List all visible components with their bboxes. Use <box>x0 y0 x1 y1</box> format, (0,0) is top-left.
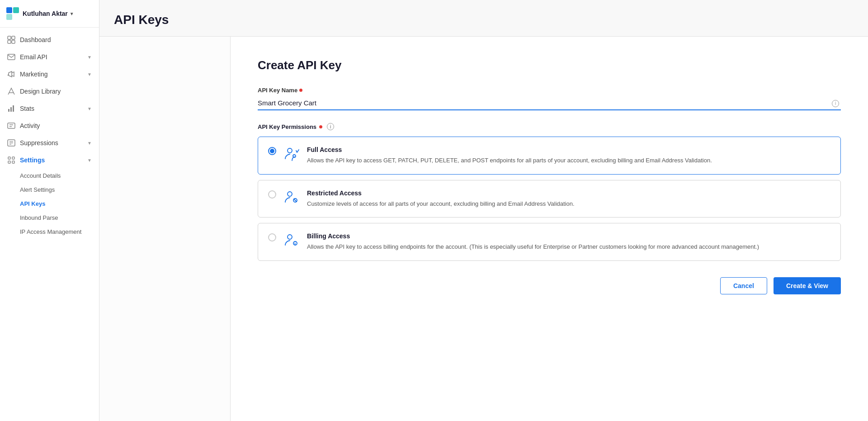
dashboard-icon <box>7 36 15 44</box>
chevron-down-icon: ▼ <box>87 72 92 77</box>
billing-access-card[interactable]: $ Billing Access Allows the API key to a… <box>258 223 841 261</box>
sidebar-item-api-keys[interactable]: API Keys <box>0 197 99 211</box>
chevron-down-icon: ▼ <box>87 106 92 111</box>
sidebar-item-activity[interactable]: Activity <box>0 117 99 134</box>
full-access-content: Full Access Allows the API key to access… <box>307 146 830 165</box>
svg-rect-5 <box>8 40 11 43</box>
svg-rect-22 <box>8 161 10 163</box>
username: Kutluhan Aktar <box>23 10 68 17</box>
restricted-access-radio[interactable] <box>268 190 276 199</box>
svg-rect-23 <box>12 161 14 163</box>
sidebar-item-suppressions[interactable]: Suppressions ▼ <box>0 134 99 151</box>
full-access-radio[interactable] <box>268 147 276 155</box>
settings-icon <box>7 156 15 164</box>
api-key-name-input[interactable] <box>258 96 841 110</box>
activity-icon <box>7 122 15 130</box>
create-view-button[interactable]: Create & View <box>774 277 841 294</box>
cancel-button[interactable]: Cancel <box>720 277 767 294</box>
nav-section-main: Dashboard Email API ▼ Marketing ▼ <box>0 28 99 242</box>
sidebar-item-label: Suppressions <box>20 139 58 147</box>
svg-point-29 <box>288 235 292 239</box>
billing-access-icon: $ <box>283 232 300 249</box>
sidebar-item-label: Stats <box>20 105 34 112</box>
svg-rect-10 <box>8 109 9 112</box>
sidebar-item-label: Design Library <box>20 88 61 95</box>
full-access-desc: Allows the API key to access GET, PATCH,… <box>307 156 830 165</box>
sidebar-item-marketing[interactable]: Marketing ▼ <box>0 66 99 83</box>
sidebar-item-account-details[interactable]: Account Details <box>0 169 99 183</box>
sidebar-item-dashboard[interactable]: Dashboard <box>0 31 99 48</box>
chevron-down-icon: ▼ <box>70 11 74 16</box>
chevron-down-icon: ▼ <box>87 158 92 163</box>
full-access-card[interactable]: Full Access Allows the API key to access… <box>258 137 841 175</box>
api-key-name-input-wrapper: i <box>258 96 841 110</box>
sidebar-item-label: Settings <box>20 156 45 164</box>
sidebar-item-label: Email API <box>20 53 47 61</box>
billing-access-content: Billing Access Allows the API key to acc… <box>307 232 830 251</box>
billing-access-desc: Allows the API key to access billing end… <box>307 242 830 251</box>
svg-line-28 <box>294 199 297 202</box>
restricted-access-desc: Customize levels of access for all parts… <box>307 199 830 208</box>
form-title: Create API Key <box>258 58 841 72</box>
svg-rect-6 <box>12 40 15 43</box>
main-area: API Keys Create API Key API Key Name i <box>99 0 868 421</box>
sidebar-item-settings[interactable]: Settings ▼ <box>0 151 99 169</box>
stats-icon <box>7 104 15 113</box>
restricted-access-icon <box>283 189 300 206</box>
sidebar-item-label: Activity <box>20 122 40 129</box>
api-key-permissions-group: API Key Permissions i <box>258 123 841 261</box>
brand-logo <box>6 7 19 20</box>
svg-rect-1 <box>13 7 19 13</box>
restricted-access-card[interactable]: Restricted Access Customize levels of ac… <box>258 180 841 218</box>
svg-rect-20 <box>8 157 10 159</box>
content-split: Create API Key API Key Name i API Key Pe… <box>99 37 868 421</box>
sidebar-item-alert-settings[interactable]: Alert Settings <box>0 183 99 197</box>
restricted-access-title: Restricted Access <box>307 189 830 197</box>
sidebar-item-label: Dashboard <box>20 36 51 43</box>
sidebar-item-email-api[interactable]: Email API ▼ <box>0 48 99 66</box>
chevron-down-icon: ▼ <box>87 55 92 60</box>
api-key-name-info-icon[interactable]: i <box>832 100 839 107</box>
permissions-info-icon[interactable]: i <box>327 123 334 130</box>
sidebar-item-stats[interactable]: Stats ▼ <box>0 100 99 117</box>
marketing-icon <box>7 70 15 78</box>
api-key-name-group: API Key Name i <box>258 87 841 110</box>
sidebar-item-design-library[interactable]: Design Library <box>0 83 99 100</box>
svg-rect-12 <box>13 105 14 112</box>
permissions-label: API Key Permissions i <box>258 123 841 130</box>
sidebar-item-label: Marketing <box>20 71 47 78</box>
svg-rect-13 <box>8 123 15 128</box>
chevron-down-icon: ▼ <box>87 141 92 146</box>
radio-dot <box>270 149 274 153</box>
sidebar-header: Kutluhan Aktar ▼ <box>0 0 99 28</box>
email-icon <box>7 53 15 61</box>
design-icon <box>7 87 15 95</box>
svg-rect-11 <box>10 107 12 112</box>
required-indicator <box>299 89 302 92</box>
svg-rect-0 <box>6 7 12 13</box>
user-menu[interactable]: Kutluhan Aktar ▼ <box>23 10 74 17</box>
billing-access-title: Billing Access <box>307 232 830 240</box>
svg-point-24 <box>288 148 292 153</box>
page-header: API Keys <box>99 0 868 37</box>
svg-rect-7 <box>8 54 15 60</box>
svg-point-26 <box>288 192 292 196</box>
page-title: API Keys <box>114 13 854 27</box>
full-access-title: Full Access <box>307 146 830 153</box>
sidebar-item-inbound-parse[interactable]: Inbound Parse <box>0 211 99 225</box>
restricted-access-content: Restricted Access Customize levels of ac… <box>307 189 830 208</box>
sidebar-item-ip-access-management[interactable]: IP Access Management <box>0 225 99 239</box>
svg-rect-4 <box>12 36 15 39</box>
create-api-key-panel: Create API Key API Key Name i API Key Pe… <box>231 37 868 421</box>
billing-access-radio[interactable] <box>268 233 276 241</box>
svg-rect-2 <box>6 14 12 20</box>
api-key-name-label: API Key Name <box>258 87 841 94</box>
left-panel-overlay <box>99 37 230 421</box>
required-indicator <box>319 125 322 128</box>
suppressions-icon <box>7 139 15 147</box>
left-panel <box>99 37 231 421</box>
form-actions: Cancel Create & View <box>258 277 841 294</box>
sidebar: Kutluhan Aktar ▼ Dashboard Email API ▼ <box>0 0 99 421</box>
svg-rect-21 <box>12 157 14 159</box>
full-access-icon <box>283 146 300 162</box>
